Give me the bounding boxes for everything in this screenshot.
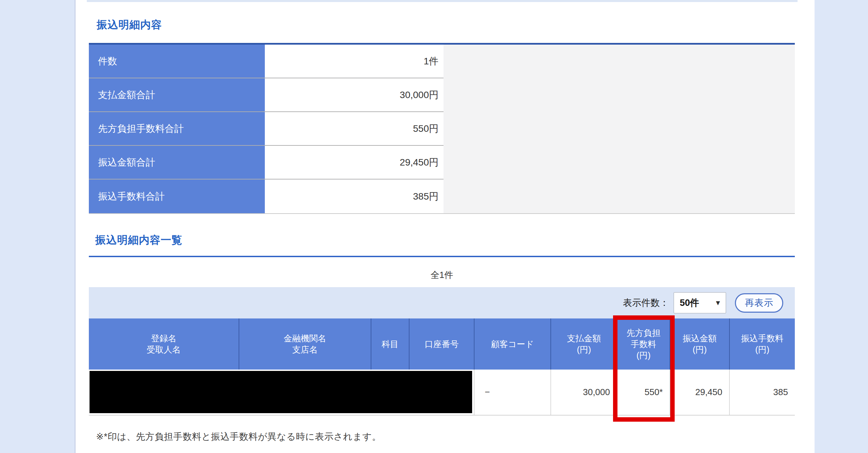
summary-row: 振込手数料合計 385円 [89,179,444,213]
summary-row-value: 29,450円 [265,146,444,179]
summary-row-label: 先方負担手数料合計 [89,112,265,145]
summary-row: 支払金額合計 30,000円 [89,78,444,112]
details-table-header: 登録名 受取人名 金融機関名 支店名 科目 口座番号 顧客コード 支払金額 (円… [89,318,795,370]
summary-row-value: 1件 [265,45,444,78]
summary-section-title: 振込明細内容 [97,18,162,32]
redisplay-button[interactable]: 再表示 [735,293,783,313]
page-size-select[interactable]: 50件 ▼ [674,292,726,313]
content-panel: 振込明細内容 件数 1件 支払金額合計 30,000円 先方負担手数料合計 55… [75,0,815,453]
summary-row-label: 支払金額合計 [89,78,265,111]
transfer-amount-cell: 29,450 [670,370,730,415]
header-beneficiary-fee: 先方負担 手数料 (円) [617,318,670,370]
top-divider-strip [87,0,798,2]
header-transfer-amount: 振込金額 (円) [670,318,730,370]
page-size-value: 50件 [680,297,699,309]
customer-code-cell: − [475,370,551,415]
payment-amount-cell: 30,000 [551,370,617,415]
summary-row: 振込金額合計 29,450円 [89,146,444,179]
summary-row-value: 30,000円 [265,78,444,111]
beneficiary-fee-cell: 550* [617,370,670,415]
list-toolbar: 表示件数： 50件 ▼ 再表示 [89,287,795,318]
dropdown-caret-icon: ▼ [714,299,721,307]
summary-row-label: 振込金額合計 [89,146,265,179]
summary-row-label: 振込手数料合計 [89,179,265,213]
details-table-row: − 30,000 550* 29,450 385 [89,370,795,416]
section-divider [89,256,795,257]
header-payment-amount: 支払金額 (円) [551,318,617,370]
footnote: ※*印は、先方負担手数料と振込手数料が異なる時に表示されます。 [96,431,381,443]
header-account-number: 口座番号 [409,318,475,370]
redacted-cell [89,370,475,415]
header-financial-institution: 金融機関名 支店名 [239,318,371,370]
total-count: 全1件 [89,269,795,281]
header-customer-code: 顧客コード [475,318,551,370]
header-account-type: 科目 [371,318,409,370]
summary-table: 件数 1件 支払金額合計 30,000円 先方負担手数料合計 550円 振込金額… [89,43,795,214]
details-table: 登録名 受取人名 金融機関名 支店名 科目 口座番号 顧客コード 支払金額 (円… [89,318,795,416]
summary-table-inner: 件数 1件 支払金額合計 30,000円 先方負担手数料合計 550円 振込金額… [89,45,444,213]
summary-row: 件数 1件 [89,45,444,78]
summary-row-label: 件数 [89,45,265,78]
header-registered-name: 登録名 受取人名 [89,318,239,370]
transfer-fee-cell: 385 [730,370,795,415]
summary-row: 先方負担手数料合計 550円 [89,112,444,146]
summary-row-value: 385円 [265,179,444,213]
header-transfer-fee: 振込手数料 (円) [730,318,795,370]
redacted-block [90,371,472,413]
display-count-label: 表示件数： [623,297,669,309]
summary-row-value: 550円 [265,112,444,145]
list-section-title: 振込明細内容一覧 [95,233,182,247]
